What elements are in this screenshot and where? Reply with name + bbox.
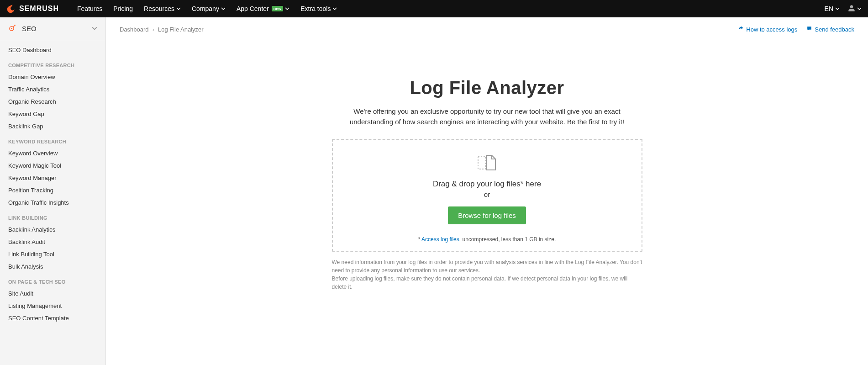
- new-badge: new: [272, 6, 284, 11]
- nav-features[interactable]: Features: [77, 5, 102, 12]
- nav-pricing[interactable]: Pricing: [113, 5, 133, 12]
- page-description: We're offering you an exclusive opportun…: [332, 106, 642, 127]
- chevron-down-icon: [221, 5, 226, 12]
- file-upload-icon: [342, 153, 632, 173]
- brand-logo[interactable]: SEMRUSH: [6, 4, 59, 14]
- disclaimer-line-2: Before uploading log files, make sure th…: [332, 275, 642, 291]
- chevron-down-icon: [835, 5, 840, 12]
- sidebar-item-listing-management[interactable]: Listing Management: [0, 300, 105, 312]
- disclaimer-line-1: We need information from your log files …: [332, 258, 642, 275]
- how-to-access-logs-link[interactable]: How to access logs: [738, 26, 797, 33]
- breadcrumb-dashboard[interactable]: Dashboard: [120, 26, 149, 33]
- user-icon: [848, 5, 855, 13]
- sidebar-item-domain-overview[interactable]: Domain Overview: [0, 71, 105, 83]
- main-content: Dashboard › Log File Analyzer How to acc…: [106, 17, 868, 365]
- browse-files-button[interactable]: Browse for log files: [448, 206, 526, 224]
- upload-dropzone[interactable]: Drag & drop your log files* here or Brow…: [332, 139, 642, 252]
- dropzone-drag-text: Drag & drop your log files* here: [342, 180, 632, 189]
- sidebar: SEO SEO Dashboard COMPETITIVE RESEARCH D…: [0, 17, 106, 365]
- nav-company[interactable]: Company: [192, 5, 226, 12]
- hero: Log File Analyzer We're offering you an …: [332, 78, 642, 127]
- chevron-down-icon: [285, 5, 289, 12]
- sidebar-item-backlink-gap[interactable]: Backlink Gap: [0, 120, 105, 132]
- sidebar-item-backlink-audit[interactable]: Backlink Audit: [0, 236, 105, 248]
- sidebar-section-link-building: LINK BUILDING: [0, 209, 105, 223]
- sidebar-section-onpage-tech-seo: ON PAGE & TECH SEO: [0, 273, 105, 287]
- sidebar-header-label: SEO: [22, 25, 37, 32]
- sidebar-item-organic-traffic-insights[interactable]: Organic Traffic Insights: [0, 196, 105, 209]
- disclaimer: We need information from your log files …: [332, 258, 642, 291]
- sidebar-item-seo-content-template[interactable]: SEO Content Template: [0, 312, 105, 324]
- page-title: Log File Analyzer: [332, 78, 642, 98]
- sidebar-item-keyword-magic-tool[interactable]: Keyword Magic Tool: [0, 159, 105, 172]
- svg-point-1: [11, 28, 12, 29]
- header-actions: How to access logs Send feedback: [738, 26, 854, 33]
- breadcrumb-current: Log File Analyzer: [158, 26, 204, 33]
- brand-name: SEMRUSH: [19, 5, 59, 13]
- sidebar-section-keyword-research: KEYWORD RESEARCH: [0, 132, 105, 147]
- chevron-right-icon: ›: [153, 26, 154, 33]
- sidebar-item-keyword-manager[interactable]: Keyword Manager: [0, 172, 105, 184]
- nav-items: Features Pricing Resources Company App C…: [77, 5, 337, 12]
- sidebar-section-competitive: COMPETITIVE RESEARCH: [0, 56, 105, 71]
- sidebar-item-organic-research[interactable]: Organic Research: [0, 95, 105, 108]
- share-arrow-icon: [738, 26, 744, 33]
- language-selector[interactable]: EN: [825, 5, 840, 12]
- sidebar-item-seo-dashboard[interactable]: SEO Dashboard: [0, 44, 105, 56]
- breadcrumb: Dashboard › Log File Analyzer: [120, 26, 204, 33]
- semrush-flame-icon: [6, 4, 16, 14]
- sidebar-item-keyword-gap[interactable]: Keyword Gap: [0, 108, 105, 120]
- sidebar-item-site-audit[interactable]: Site Audit: [0, 287, 105, 300]
- chevron-down-icon: [332, 5, 337, 12]
- sidebar-item-keyword-overview[interactable]: Keyword Overview: [0, 147, 105, 159]
- dropzone-footnote: * Access log files, uncompressed, less t…: [342, 236, 632, 243]
- sidebar-item-backlink-analytics[interactable]: Backlink Analytics: [0, 223, 105, 236]
- nav-app-center[interactable]: App Centernew: [237, 5, 289, 12]
- user-menu[interactable]: [848, 5, 862, 13]
- send-feedback-link[interactable]: Send feedback: [806, 26, 854, 33]
- dropzone-or-text: or: [342, 190, 632, 198]
- chevron-down-icon: [857, 5, 862, 12]
- breadcrumb-row: Dashboard › Log File Analyzer How to acc…: [120, 17, 854, 41]
- target-icon: [8, 24, 16, 33]
- speech-bubble-icon: [806, 26, 812, 33]
- topbar-right: EN: [825, 5, 862, 13]
- svg-rect-2: [478, 156, 485, 169]
- sidebar-header-seo[interactable]: SEO: [0, 17, 105, 40]
- sidebar-item-traffic-analytics[interactable]: Traffic Analytics: [0, 83, 105, 95]
- chevron-down-icon: [176, 5, 181, 12]
- nav-resources[interactable]: Resources: [144, 5, 181, 12]
- sidebar-item-position-tracking[interactable]: Position Tracking: [0, 184, 105, 196]
- sidebar-item-bulk-analysis[interactable]: Bulk Analysis: [0, 260, 105, 273]
- access-log-files-link[interactable]: Access log files: [421, 236, 459, 243]
- sidebar-item-link-building-tool[interactable]: Link Building Tool: [0, 248, 105, 260]
- nav-extra-tools[interactable]: Extra tools: [300, 5, 337, 12]
- sidebar-menu: SEO Dashboard COMPETITIVE RESEARCH Domai…: [0, 40, 105, 328]
- chevron-down-icon: [92, 25, 97, 32]
- top-nav: SEMRUSH Features Pricing Resources Compa…: [0, 0, 868, 17]
